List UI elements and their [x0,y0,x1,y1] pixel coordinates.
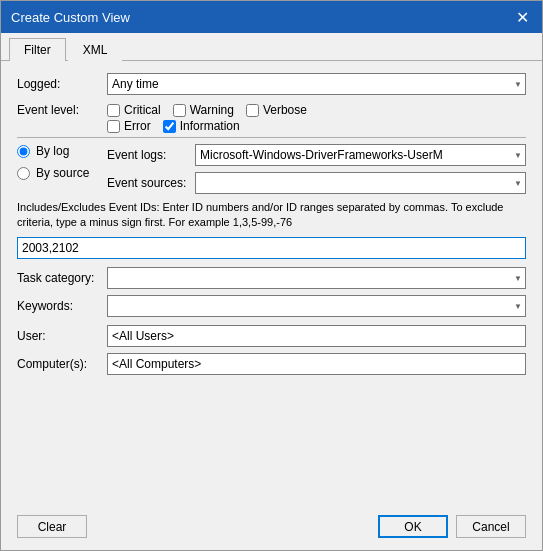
information-checkbox[interactable] [163,120,176,133]
by-source-label: By source [36,166,89,180]
logged-select-wrapper: Any time Last hour Last 12 hours Last 24… [107,73,526,95]
by-source-radio-label[interactable]: By source [17,166,107,180]
event-id-info: Includes/Excludes Event IDs: Enter ID nu… [17,200,526,231]
event-logs-label: Event logs: [107,148,187,162]
logged-select[interactable]: Any time Last hour Last 12 hours Last 24… [107,73,526,95]
verbose-checkbox[interactable] [246,104,259,117]
keywords-label: Keywords: [17,299,107,313]
warning-checkbox-label[interactable]: Warning [173,103,234,117]
error-label: Error [124,119,151,133]
event-level-row1: Critical Warning Verbose [107,103,307,117]
event-sources-select[interactable] [195,172,526,194]
event-level-row2: Error Information [107,119,307,133]
keywords-row: Keywords: [17,295,526,317]
critical-checkbox[interactable] [107,104,120,117]
computers-row: Computer(s): [17,353,526,375]
user-label: User: [17,329,107,343]
event-logs-select-wrapper: Microsoft-Windows-DriverFrameworks-UserM [195,144,526,166]
verbose-label: Verbose [263,103,307,117]
dialog-title: Create Custom View [11,10,130,25]
ok-button[interactable]: OK [378,515,448,538]
event-level-row: Event level: Critical Warning Verbose [17,103,526,133]
by-log-radio-label[interactable]: By log [17,144,107,158]
event-logs-select[interactable]: Microsoft-Windows-DriverFrameworks-UserM [195,144,526,166]
event-sources-label: Event sources: [107,176,187,190]
event-sources-row: Event sources: [107,172,526,194]
divider1 [17,137,526,138]
tab-bar: Filter XML [1,33,542,61]
by-log-label: By log [36,144,69,158]
tab-xml[interactable]: XML [68,38,123,61]
radio-column: By log By source [17,144,107,194]
error-checkbox-label[interactable]: Error [107,119,151,133]
task-category-row: Task category: [17,267,526,289]
event-level-checkboxes: Critical Warning Verbose Error [107,103,307,133]
event-logs-row: Event logs: Microsoft-Windows-DriverFram… [107,144,526,166]
close-button[interactable]: ✕ [512,7,532,27]
radio-fields: Event logs: Microsoft-Windows-DriverFram… [107,144,526,194]
event-sources-select-wrapper [195,172,526,194]
information-checkbox-label[interactable]: Information [163,119,240,133]
computers-label: Computer(s): [17,357,107,371]
error-checkbox[interactable] [107,120,120,133]
filter-content: Logged: Any time Last hour Last 12 hours… [1,61,542,507]
keywords-select[interactable] [107,295,526,317]
tab-filter[interactable]: Filter [9,38,66,61]
logged-row: Logged: Any time Last hour Last 12 hours… [17,73,526,95]
critical-checkbox-label[interactable]: Critical [107,103,161,117]
button-bar: Clear OK Cancel [1,507,542,550]
cancel-button[interactable]: Cancel [456,515,526,538]
computers-input[interactable] [107,353,526,375]
logged-label: Logged: [17,77,107,91]
event-ids-input[interactable] [17,237,526,259]
title-bar: Create Custom View ✕ [1,1,542,33]
event-level-label: Event level: [17,103,107,117]
clear-button[interactable]: Clear [17,515,87,538]
warning-label: Warning [190,103,234,117]
information-label: Information [180,119,240,133]
user-row: User: [17,325,526,347]
task-category-select-wrapper [107,267,526,289]
critical-label: Critical [124,103,161,117]
by-source-radio[interactable] [17,167,30,180]
user-input[interactable] [107,325,526,347]
keywords-select-wrapper [107,295,526,317]
task-category-select[interactable] [107,267,526,289]
warning-checkbox[interactable] [173,104,186,117]
task-category-label: Task category: [17,271,107,285]
log-source-section: By log By source Event logs: Microsoft-W… [17,144,526,194]
verbose-checkbox-label[interactable]: Verbose [246,103,307,117]
create-custom-view-dialog: Create Custom View ✕ Filter XML Logged: … [0,0,543,551]
by-log-radio[interactable] [17,145,30,158]
